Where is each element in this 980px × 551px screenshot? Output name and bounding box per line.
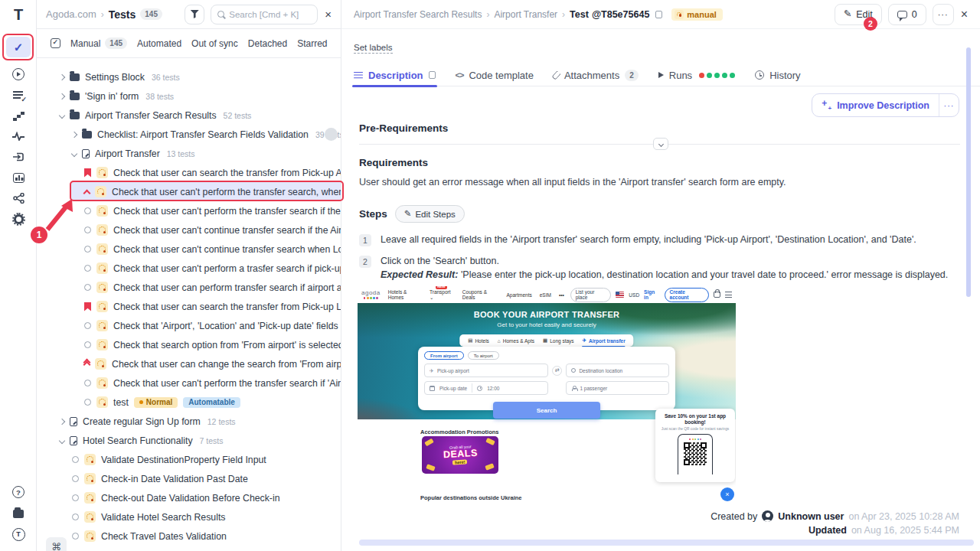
- attached-screenshot[interactable]: agoda Hotels & HomesTransportNEW ⌄Coupon…: [358, 286, 736, 507]
- tree-test-row[interactable]: Check-out Date Validation Before Check-i…: [37, 488, 341, 507]
- filter-tab-detached[interactable]: Detached: [248, 38, 287, 49]
- sidebar-item-profile[interactable]: T: [0, 527, 37, 542]
- tab-history[interactable]: History: [755, 64, 800, 86]
- keyboard-shortcuts-button[interactable]: ⌘: [46, 537, 67, 551]
- set-labels-link[interactable]: Set labels: [354, 43, 393, 54]
- bulk-select-icon[interactable]: [51, 38, 60, 48]
- chevron-down-icon[interactable]: [59, 437, 65, 443]
- tree-suite-row[interactable]: Checklist: Airport Transfer Search Field…: [37, 125, 341, 144]
- tree-test-row[interactable]: Check that user can't perform a trasfer …: [37, 259, 341, 278]
- sidebar-item-docs[interactable]: [0, 506, 37, 521]
- agoda-nav-item[interactable]: Apartments: [507, 292, 532, 298]
- passengers-field[interactable]: 1 passenger: [566, 381, 669, 395]
- tree-test-row[interactable]: Validate DestinationProperty Field Input: [37, 450, 341, 469]
- destination-field[interactable]: Destination location: [566, 364, 669, 377]
- menu-icon[interactable]: [725, 292, 732, 298]
- filter-button[interactable]: [185, 5, 204, 24]
- sidebar-item-activity[interactable]: [0, 129, 37, 144]
- edit-steps-button[interactable]: ✎Edit Steps: [395, 205, 465, 223]
- tree-test-row[interactable]: Check-in Date Validation Past Date: [37, 469, 341, 488]
- close-detail-button[interactable]: ×: [961, 8, 968, 21]
- filter-tab-automated[interactable]: Automated: [137, 38, 181, 49]
- chevron-right-icon[interactable]: [71, 131, 77, 137]
- tree-test-row[interactable]: Check that user can search the transfer …: [37, 297, 341, 316]
- tree-test-row[interactable]: Check that user can change the search fr…: [37, 354, 341, 373]
- sidebar-item-integrations[interactable]: [0, 191, 37, 206]
- tree-test-row[interactable]: Check that search option from 'From airp…: [37, 335, 341, 354]
- collapse-toggle-button[interactable]: [653, 138, 668, 150]
- tree-test-row[interactable]: Check that user can perform transfer sea…: [37, 278, 341, 297]
- pickup-airport-field[interactable]: ✈Pick-up airport: [424, 364, 548, 377]
- agoda-nav-item[interactable]: •••: [559, 292, 564, 298]
- tree-suite-row[interactable]: 'Sign in' form38 tests: [37, 86, 341, 106]
- search-transfer-button[interactable]: Search: [493, 402, 600, 419]
- chevron-right-icon[interactable]: [59, 73, 65, 80]
- agoda-nav-item[interactable]: Coupons & Deals: [462, 289, 499, 300]
- tree-test-row[interactable]: Check that user can't continue transfer …: [37, 220, 341, 240]
- agoda-nav-item[interactable]: Hotels & Homes: [388, 289, 422, 300]
- tree-test-row[interactable]: Check that user can't perform the transf…: [37, 373, 341, 393]
- promo-close-button[interactable]: ×: [720, 487, 734, 501]
- sidebar-item-steps[interactable]: [0, 108, 37, 123]
- agoda-nav-item[interactable]: eSIM: [540, 292, 551, 298]
- sidebar-item-plans[interactable]: [0, 87, 37, 103]
- pickup-datetime-field[interactable]: Pick-up date 12:00: [424, 381, 548, 395]
- breadcrumb-suite[interactable]: Airport Transfer Search Results: [354, 9, 482, 20]
- tab-runs[interactable]: Runs: [658, 64, 735, 86]
- sidebar-item-tests[interactable]: ✓: [6, 37, 31, 57]
- tab-description[interactable]: Description: [354, 64, 436, 86]
- us-flag-icon[interactable]: [616, 292, 624, 298]
- search-box[interactable]: [211, 5, 318, 24]
- tree-test-row[interactable]: Validate Hotel Search Results: [37, 507, 341, 527]
- chevron-down-icon[interactable]: [59, 112, 65, 118]
- copy-test-id-icon[interactable]: [655, 11, 662, 18]
- app-logo[interactable]: T: [0, 6, 37, 24]
- sidebar-item-import[interactable]: [0, 149, 37, 165]
- close-search-button[interactable]: ×: [325, 8, 332, 20]
- tree-test-row[interactable]: Check that user can't perform the transf…: [37, 182, 341, 201]
- agoda-nav-item[interactable]: TransportNEW ⌄: [430, 289, 455, 301]
- chevron-right-icon[interactable]: [59, 93, 65, 99]
- search-tab-hotels[interactable]: ▤Hotels: [468, 337, 489, 344]
- chevron-down-icon[interactable]: [71, 150, 77, 156]
- cart-icon[interactable]: [714, 292, 720, 298]
- swap-direction-button[interactable]: ⇄: [552, 366, 562, 376]
- search-tab-long-stays[interactable]: ▦Long stays: [543, 337, 574, 344]
- tab-attachments[interactable]: Attachments 2: [554, 64, 639, 86]
- sign-in-link[interactable]: Sign in: [644, 289, 659, 300]
- filter-tab-starred[interactable]: Starred: [297, 38, 327, 49]
- trip-type-from-airport[interactable]: From airport: [424, 351, 464, 360]
- tab-code-template[interactable]: <> Code template: [456, 64, 534, 86]
- search-tab-homes-&-apts[interactable]: ⌂Homes & Apts: [498, 338, 534, 344]
- vertical-scrollbar[interactable]: [966, 47, 971, 297]
- horizontal-scrollbar[interactable]: [359, 540, 974, 546]
- currency-selector[interactable]: USD: [629, 292, 639, 298]
- filter-tab-out-of-sync[interactable]: Out of sync: [191, 38, 238, 49]
- tree-suite-row[interactable]: Create regular Sign Up form12 tests: [37, 412, 341, 431]
- chevron-right-icon[interactable]: [59, 418, 65, 424]
- sidebar-item-analytics[interactable]: [0, 170, 37, 185]
- breadcrumb-subsuite[interactable]: Airport Transfer: [494, 9, 557, 20]
- tree-suite-row[interactable]: Airport Transfer13 tests: [37, 144, 341, 163]
- copy-description-icon[interactable]: [429, 71, 436, 79]
- filter-tab-manual[interactable]: Manual145: [70, 37, 127, 49]
- improve-more-button[interactable]: ···: [939, 94, 959, 116]
- sidebar-item-help[interactable]: ?: [0, 484, 37, 500]
- tree-suite-row[interactable]: Settings Block36 tests: [37, 67, 341, 86]
- sidebar-item-runs[interactable]: [0, 67, 37, 82]
- tree-suite-row[interactable]: Airport Transfer Search Results52 tests: [37, 106, 341, 125]
- search-input[interactable]: [229, 10, 305, 19]
- tree-test-row[interactable]: Check that user can't perform the transf…: [37, 201, 341, 220]
- tree-test-row[interactable]: Check that user can't continue transfer …: [37, 240, 341, 259]
- tree-test-row[interactable]: testNormalAutomatable: [37, 393, 341, 412]
- improve-description-button[interactable]: Improve Description ···: [812, 93, 959, 117]
- tree-test-row[interactable]: Check that 'Airport', 'Location' and 'Pi…: [37, 316, 341, 335]
- create-account-button[interactable]: Create account: [665, 288, 709, 302]
- breadcrumb-project[interactable]: Agoda.com: [46, 8, 96, 20]
- more-actions-button[interactable]: ···: [933, 4, 954, 25]
- comments-button[interactable]: 0: [888, 4, 926, 25]
- list-your-place-button[interactable]: List your place: [570, 288, 612, 302]
- trip-type-to-airport[interactable]: To airport: [468, 351, 499, 360]
- tree-test-row[interactable]: Check Travel Dates Validation: [37, 527, 341, 546]
- tree-test-row[interactable]: Check that user can search the transfer …: [37, 163, 341, 182]
